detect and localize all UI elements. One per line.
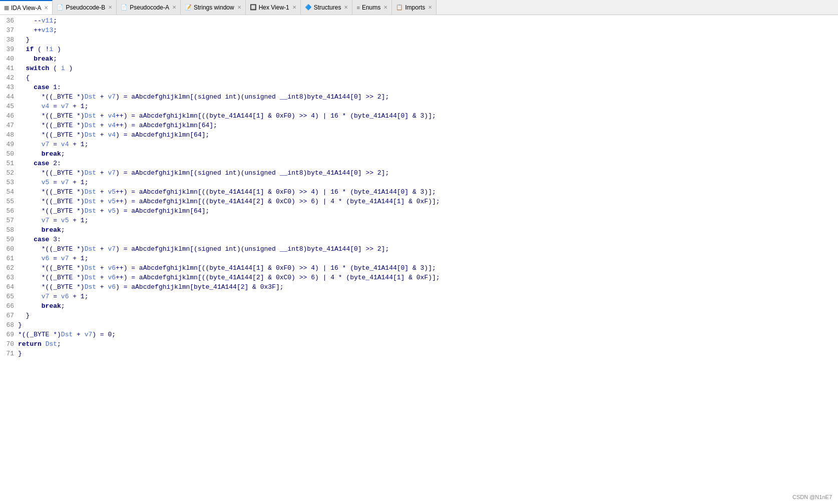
code-line: 41 switch ( i ) bbox=[0, 64, 838, 73]
tab-close-sw[interactable]: ✕ bbox=[237, 5, 241, 10]
tab-close-pb[interactable]: ✕ bbox=[108, 5, 112, 10]
code-area: 36 --v11;37 ++v13;38 }39 if ( !i )40 bre… bbox=[0, 15, 838, 504]
tab-close-pa[interactable]: ✕ bbox=[172, 5, 176, 10]
tab-close-enums[interactable]: ✕ bbox=[383, 5, 387, 10]
code-line: 43 case 1: bbox=[0, 83, 838, 92]
tab-strings-window[interactable]: 📝 Strings window ✕ bbox=[181, 0, 246, 15]
line-content: { bbox=[18, 73, 30, 83]
line-content: *((_BYTE *)Dst + v5) = aAbcdefghijklmn[6… bbox=[18, 206, 209, 216]
code-line: 54 *((_BYTE *)Dst + v5++) = aAbcdefghijk… bbox=[0, 187, 838, 197]
code-line: 55 *((_BYTE *)Dst + v5++) = aAbcdefghijk… bbox=[0, 197, 838, 206]
tab-close-hv[interactable]: ✕ bbox=[292, 5, 296, 10]
tab-imports[interactable]: 📋 Imports ✕ bbox=[392, 0, 437, 15]
line-number: 52 bbox=[0, 168, 18, 178]
line-content: } bbox=[18, 349, 22, 358]
line-content: v7 = v4 + 1; bbox=[18, 140, 88, 149]
line-content: v7 = v5 + 1; bbox=[18, 216, 88, 225]
line-number: 60 bbox=[0, 244, 18, 254]
line-number: 45 bbox=[0, 102, 18, 111]
line-content: *((_BYTE *)Dst + v7) = 0; bbox=[18, 330, 116, 339]
code-line: 69*((_BYTE *)Dst + v7) = 0; bbox=[0, 330, 838, 339]
code-line: 38 } bbox=[0, 35, 838, 45]
line-number: 61 bbox=[0, 254, 18, 263]
tab-label-imports: Imports bbox=[405, 4, 425, 11]
line-content: *((_BYTE *)Dst + v7) = aAbcdefghijklmn[(… bbox=[18, 244, 389, 254]
tab-label-ida: IDA View-A bbox=[11, 5, 41, 12]
tab-label-enums: Enums bbox=[362, 4, 380, 11]
line-content: v5 = v7 + 1; bbox=[18, 178, 88, 187]
code-line: 62 *((_BYTE *)Dst + v6++) = aAbcdefghijk… bbox=[0, 263, 838, 273]
line-number: 59 bbox=[0, 235, 18, 244]
line-number: 36 bbox=[0, 16, 18, 26]
line-content: *((_BYTE *)Dst + v6) = aAbcdefghijklmn[b… bbox=[18, 282, 284, 292]
code-line: 39 if ( !i ) bbox=[0, 45, 838, 54]
tab-close-imports[interactable]: ✕ bbox=[428, 5, 432, 10]
line-number: 53 bbox=[0, 178, 18, 187]
line-number: 39 bbox=[0, 45, 18, 54]
line-number: 55 bbox=[0, 197, 18, 206]
code-line: 58 break; bbox=[0, 225, 838, 235]
code-line: 68} bbox=[0, 320, 838, 330]
tab-pseudocode-b[interactable]: 📄 Pseudocode-B ✕ bbox=[53, 0, 117, 15]
tab-ida-view-a[interactable]: ▦ IDA View-A ✕ bbox=[0, 0, 53, 15]
code-line: 60 *((_BYTE *)Dst + v7) = aAbcdefghijklm… bbox=[0, 244, 838, 254]
line-number: 37 bbox=[0, 26, 18, 35]
code-line: 40 break; bbox=[0, 54, 838, 64]
code-line: 56 *((_BYTE *)Dst + v5) = aAbcdefghijklm… bbox=[0, 206, 838, 216]
tab-close-struct[interactable]: ✕ bbox=[344, 5, 348, 10]
line-number: 57 bbox=[0, 216, 18, 225]
line-number: 47 bbox=[0, 121, 18, 130]
line-content: *((_BYTE *)Dst + v5++) = aAbcdefghijklmn… bbox=[18, 187, 436, 197]
line-content: v4 = v7 + 1; bbox=[18, 102, 88, 111]
tab-label-hv: Hex View-1 bbox=[259, 4, 289, 11]
line-number: 56 bbox=[0, 206, 18, 216]
tab-icon-imports: 📋 bbox=[396, 4, 403, 11]
line-number: 44 bbox=[0, 92, 18, 102]
tab-structures[interactable]: 🔷 Structures ✕ bbox=[301, 0, 353, 15]
tab-icon-struct: 🔷 bbox=[305, 4, 312, 11]
line-number: 68 bbox=[0, 320, 18, 330]
tab-label-struct: Structures bbox=[314, 4, 341, 11]
tab-pseudocode-a[interactable]: 📄 Pseudocode-A ✕ bbox=[117, 0, 181, 15]
code-line: 71} bbox=[0, 349, 838, 358]
line-number: 64 bbox=[0, 282, 18, 292]
code-line: 70return Dst; bbox=[0, 339, 838, 349]
line-content: break; bbox=[18, 54, 57, 64]
code-line: 51 case 2: bbox=[0, 159, 838, 168]
line-content: break; bbox=[18, 301, 65, 311]
tab-enums[interactable]: ≡ Enums ✕ bbox=[352, 0, 392, 15]
code-line: 66 break; bbox=[0, 301, 838, 311]
line-number: 43 bbox=[0, 83, 18, 92]
line-content: break; bbox=[18, 225, 65, 235]
line-content: *((_BYTE *)Dst + v4++) = aAbcdefghijklmn… bbox=[18, 121, 217, 130]
line-content: *((_BYTE *)Dst + v5++) = aAbcdefghijklmn… bbox=[18, 197, 440, 206]
line-number: 65 bbox=[0, 292, 18, 301]
tab-icon-pb: 📄 bbox=[57, 4, 64, 11]
tab-label-pb: Pseudocode-B bbox=[66, 4, 105, 11]
tab-bar: ▦ IDA View-A ✕ 📄 Pseudocode-B ✕ 📄 Pseudo… bbox=[0, 0, 838, 15]
line-content: --v11; bbox=[18, 16, 57, 26]
code-line: 36 --v11; bbox=[0, 16, 838, 26]
line-number: 70 bbox=[0, 339, 18, 349]
code-line: 44 *((_BYTE *)Dst + v7) = aAbcdefghijklm… bbox=[0, 92, 838, 102]
line-content: } bbox=[18, 311, 30, 320]
code-line: 64 *((_BYTE *)Dst + v6) = aAbcdefghijklm… bbox=[0, 282, 838, 292]
tab-hex-view-1[interactable]: 🔲 Hex View-1 ✕ bbox=[246, 0, 301, 15]
line-content: ++v13; bbox=[18, 26, 57, 35]
line-content: *((_BYTE *)Dst + v6++) = aAbcdefghijklmn… bbox=[18, 263, 436, 273]
line-number: 58 bbox=[0, 225, 18, 235]
watermark: CSDN @N1nE7 bbox=[792, 494, 832, 500]
tab-icon-enums: ≡ bbox=[356, 5, 359, 11]
code-line: 37 ++v13; bbox=[0, 26, 838, 35]
tab-icon-sw: 📝 bbox=[185, 4, 192, 11]
line-number: 63 bbox=[0, 273, 18, 282]
code-line: 67 } bbox=[0, 311, 838, 320]
line-number: 54 bbox=[0, 187, 18, 197]
line-content: *((_BYTE *)Dst + v7) = aAbcdefghijklmn[(… bbox=[18, 92, 389, 102]
tab-icon-ida: ▦ bbox=[4, 5, 9, 11]
line-number: 62 bbox=[0, 263, 18, 273]
tab-close-ida[interactable]: ✕ bbox=[44, 5, 48, 11]
code-line: 63 *((_BYTE *)Dst + v6++) = aAbcdefghijk… bbox=[0, 273, 838, 282]
line-content: *((_BYTE *)Dst + v4++) = aAbcdefghijklmn… bbox=[18, 111, 436, 121]
code-line: 52 *((_BYTE *)Dst + v7) = aAbcdefghijklm… bbox=[0, 168, 838, 178]
